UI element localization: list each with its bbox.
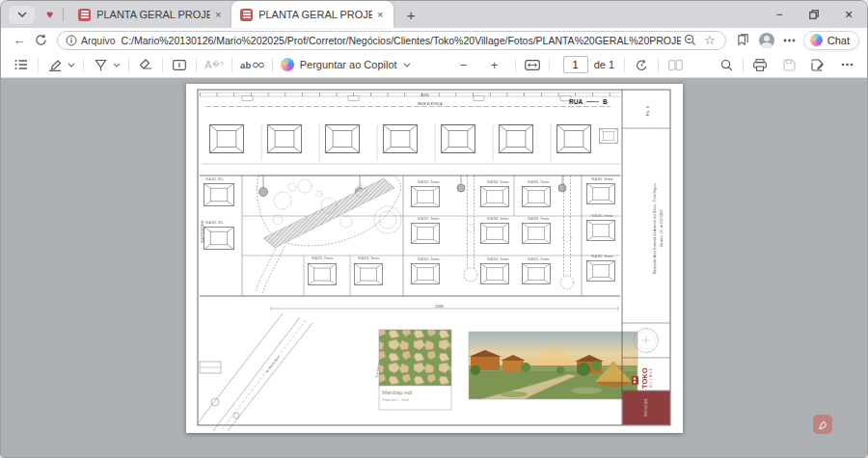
dimension-top: 20935 — [420, 94, 429, 97]
house-symbol — [354, 263, 382, 284]
lot-label: VILA 307 - Terreno — [418, 217, 440, 221]
favorite-star-icon[interactable]: ☆ — [700, 32, 719, 49]
lot-label: VILA 309 - Terreno — [528, 217, 550, 221]
draw-dropdown-chevron[interactable] — [111, 63, 122, 67]
lot-label: VILA 301 - RCL — [205, 177, 224, 181]
house-symbol — [586, 220, 614, 240]
stone-photo: Mardiap edi Pedra tipo 1 - Trasil — [379, 330, 451, 410]
lot-label: VILA 305 - Terreno — [528, 180, 550, 184]
toko-logo-sub: VILLAGE — [648, 367, 652, 388]
houses-and-trees: VILA 301 - RCLVILA 302 - RCLVILA 303 - T… — [203, 125, 617, 285]
pinned-tab-heart-icon[interactable]: ♥ — [46, 9, 53, 20]
more-options-button[interactable] — [836, 54, 857, 75]
copilot-chat-button[interactable]: Chat — [803, 31, 859, 50]
tab-inactive[interactable]: PLANTA GERAL PROJETO.pdf × — [69, 1, 231, 28]
ask-copilot-label: Perguntar ao Copilot — [300, 59, 397, 70]
close-window-button[interactable]: × — [836, 4, 861, 25]
tree-symbol — [374, 206, 401, 233]
tree-symbol — [274, 192, 291, 209]
pdf-page: RUA B 20935 REDE ELÉTRICA — [186, 84, 683, 433]
lot-label: VILA 310 - Terreno — [591, 214, 613, 218]
house-symbol — [556, 125, 590, 153]
page-count-label: de 1 — [594, 59, 614, 70]
copilot-dropdown-chevron[interactable] — [403, 63, 411, 67]
copilot-icon — [810, 34, 823, 46]
erase-button[interactable] — [135, 54, 156, 75]
url-text: C:/Mario%20130126/Mario%202025/Prof/Corr… — [122, 35, 681, 46]
street-label-rua: RUA — [569, 98, 583, 105]
search-document-button[interactable] — [716, 54, 737, 75]
browser-window: ♥ PLANTA GERAL PROJETO.pdf × PLANTA GERA… — [0, 0, 868, 458]
add-text-button[interactable] — [169, 54, 190, 75]
dimension-bottom: 20580 — [435, 305, 444, 309]
refresh-button[interactable] — [30, 30, 51, 51]
chat-label: Chat — [827, 35, 850, 46]
save-button[interactable] — [778, 54, 800, 75]
house-symbol — [411, 263, 439, 283]
page-number-input[interactable] — [563, 56, 588, 73]
address-bar: ← Arquivo C:/Mario%20130126/Mario%202025… — [1, 28, 867, 52]
draw-button[interactable] — [90, 54, 111, 75]
settings-menu-button[interactable] — [778, 30, 801, 51]
lot-label: VILA 308 - Terreno — [487, 217, 509, 221]
house-symbol — [203, 183, 233, 205]
lot-label: VILA 311 - Terreno — [312, 256, 334, 260]
translate-button[interactable]: ab — [238, 54, 266, 75]
lot-label: VILA 306 - Terreno — [591, 177, 613, 181]
read-aloud-button[interactable]: A�? — [203, 54, 226, 75]
save-as-button[interactable] — [807, 54, 828, 75]
print-button[interactable] — [749, 54, 771, 75]
highlight-button[interactable] — [44, 54, 66, 75]
caption-title: Mardiap edi — [382, 390, 412, 395]
copilot-icon — [281, 58, 294, 71]
pdf-viewer-area[interactable]: RUA B 20935 REDE ELÉTRICA — [1, 78, 867, 457]
tab-active[interactable]: PLANTA GERAL PROJETO.pdf × — [231, 1, 393, 28]
fit-to-width-button[interactable] — [522, 54, 543, 75]
tree-symbol — [298, 179, 312, 193]
restore-button[interactable] — [801, 4, 827, 25]
house-symbol — [308, 263, 336, 284]
tab-close-icon[interactable]: × — [210, 7, 226, 22]
zoom-page-icon[interactable] — [681, 32, 700, 49]
diagonal-roads — [198, 313, 312, 431]
lot-label: VILA 314 - Terreno — [487, 257, 509, 261]
tree-symbol — [340, 216, 352, 228]
house-symbol — [522, 263, 550, 283]
new-tab-button[interactable]: + — [399, 3, 422, 26]
left-road-label: RUA PROJETADA — [201, 221, 204, 243]
back-button[interactable]: ← — [9, 30, 30, 51]
minimize-button[interactable]: − — [767, 4, 792, 25]
table-of-contents-button[interactable] — [11, 54, 32, 75]
lot-label: VILA 315 - Terreno — [528, 257, 550, 261]
tab-strip: ♥ PLANTA GERAL PROJETO.pdf × PLANTA GERA… — [1, 1, 867, 28]
house-symbol — [325, 125, 359, 153]
tree-symbol — [563, 234, 571, 242]
highlight-dropdown-chevron[interactable] — [66, 63, 77, 67]
zoom-out-button[interactable]: − — [453, 54, 475, 75]
profile-avatar[interactable] — [755, 30, 778, 51]
tree-symbol — [273, 215, 283, 225]
bottom-dimension: 20580 — [271, 305, 618, 311]
street-label-b: B — [603, 98, 608, 105]
page-view-button[interactable] — [665, 54, 686, 75]
tab-search-button[interactable] — [9, 6, 35, 24]
url-bar[interactable]: Arquivo C:/Mario%20130126/Mario%202025/P… — [57, 31, 726, 50]
pdf-file-icon — [240, 9, 253, 21]
house-symbol — [411, 223, 439, 243]
house-symbol — [441, 125, 475, 153]
caption-subtitle: Pedra tipo 1 - Trasil — [382, 398, 409, 402]
file-info-icon — [66, 35, 77, 46]
tab-close-icon[interactable]: × — [372, 7, 388, 22]
pdf-file-icon — [78, 9, 91, 21]
lot-label: VILA 312 - Terreno — [358, 256, 380, 260]
tree-symbol — [467, 225, 475, 232]
zoom-in-button[interactable]: + — [484, 54, 505, 75]
ask-copilot-button[interactable]: Perguntar ao Copilot — [281, 58, 411, 71]
top-street: RUA B 20935 REDE ELÉTRICA — [200, 93, 620, 107]
sheet-number: Fls. 9 — [645, 105, 650, 116]
collections-icon[interactable] — [732, 30, 755, 51]
house-symbol — [267, 125, 301, 153]
house-symbol — [480, 223, 508, 243]
rotate-button[interactable] — [631, 54, 652, 75]
acrobat-extension-badge[interactable] — [813, 415, 832, 434]
